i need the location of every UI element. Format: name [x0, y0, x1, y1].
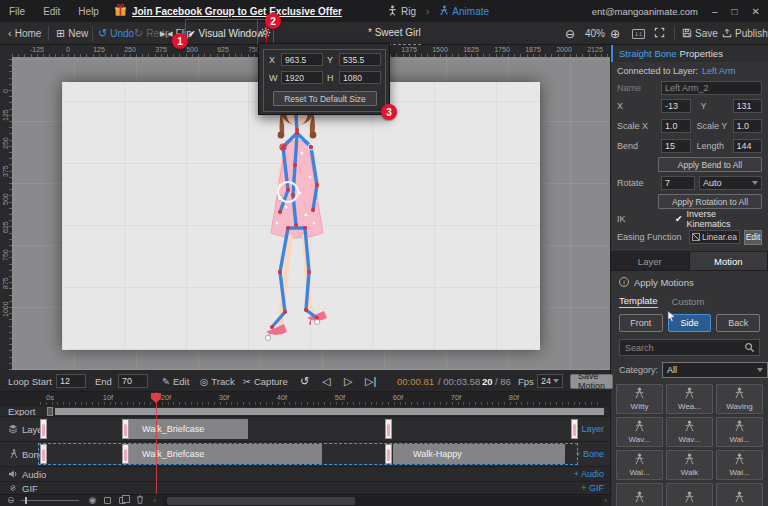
scale-x-input[interactable]: [661, 119, 691, 133]
zoom-in-button[interactable]: ⊕: [610, 22, 620, 45]
motion-item[interactable]: Walk: [666, 450, 713, 480]
export-range-bar[interactable]: [55, 408, 604, 415]
facebook-offer-link[interactable]: Join Facebook Group to Get Exclusive Off…: [132, 6, 342, 17]
add-audio-button[interactable]: + Audio: [574, 469, 604, 479]
length-input[interactable]: [733, 139, 763, 153]
menu-edit[interactable]: Edit: [34, 6, 69, 17]
ik-checkbox[interactable]: ✔: [675, 214, 683, 224]
bone-x-input[interactable]: [661, 99, 691, 113]
loop-start-input[interactable]: [56, 374, 86, 388]
delete-icon[interactable]: [136, 495, 144, 506]
popup-h-input[interactable]: [339, 71, 381, 84]
motion-item[interactable]: Wav...: [666, 417, 713, 447]
popup-x-input[interactable]: [281, 53, 323, 66]
bend-input[interactable]: [661, 139, 691, 153]
keyframe-thumbnail[interactable]: [40, 419, 47, 439]
next-frame-button[interactable]: ▷|: [365, 370, 376, 392]
menu-help[interactable]: Help: [69, 6, 108, 17]
previous-frame-button[interactable]: ◁: [322, 370, 330, 392]
zoom-level[interactable]: 40%: [585, 22, 605, 45]
scale-y-input[interactable]: [733, 119, 763, 133]
character-with-bones[interactable]: [250, 85, 360, 353]
play-button[interactable]: ▷: [344, 370, 352, 392]
document-tab[interactable]: * Sweet Girl: [368, 22, 421, 45]
save-motion-button[interactable]: Save Motion: [570, 374, 613, 389]
keyframe-thumbnail[interactable]: [571, 419, 578, 439]
popup-y-input[interactable]: [339, 53, 381, 66]
tab-motion[interactable]: Motion: [690, 252, 768, 270]
category-dropdown[interactable]: All: [662, 362, 768, 378]
motion-item[interactable]: [616, 483, 663, 506]
copy-icon[interactable]: [104, 497, 111, 504]
easing-function-value[interactable]: Linear.ea: [689, 230, 740, 244]
add-gif-button[interactable]: + GIF: [581, 483, 604, 493]
connected-layer-link[interactable]: Left Arm: [702, 66, 736, 76]
motion-item[interactable]: Wal...: [716, 417, 763, 447]
v-ruler-label: 250: [2, 137, 9, 149]
edit-button[interactable]: ✎Edit: [162, 370, 189, 392]
timeline-zoom-slider[interactable]: [21, 500, 79, 501]
mode-rig[interactable]: Rig: [401, 6, 416, 17]
back-button[interactable]: Back: [716, 314, 760, 332]
timeline-ruler[interactable]: 0s10f20f30f40f50f60f70f80f: [0, 392, 610, 405]
actual-size-button[interactable]: 1:1: [632, 22, 645, 45]
close-button[interactable]: ✕: [752, 6, 760, 17]
menu-file[interactable]: File: [0, 6, 34, 17]
home-button[interactable]: ‹Home: [8, 22, 41, 45]
keyframe-record-icon[interactable]: ◉: [89, 496, 97, 505]
loop-playback-button[interactable]: ↺: [300, 370, 309, 392]
motion-item[interactable]: Waving: [716, 384, 763, 414]
export-range-handle[interactable]: [47, 407, 53, 416]
track-button[interactable]: ◎Track: [200, 370, 235, 392]
motion-item[interactable]: Wea...: [666, 384, 713, 414]
bone-name-input[interactable]: [661, 81, 762, 95]
account-email[interactable]: ent@mangoanimate.com: [592, 6, 698, 17]
scroll-left-icon[interactable]: ‹: [150, 496, 159, 505]
search-input[interactable]: [619, 339, 760, 356]
subtab-custom[interactable]: Custom: [672, 296, 705, 307]
apply-bend-to-all-button[interactable]: Apply Bend to All: [658, 157, 762, 172]
new-button[interactable]: ⊞New: [56, 22, 88, 45]
maximize-button[interactable]: □: [732, 6, 738, 17]
minimize-button[interactable]: –: [712, 6, 718, 17]
motion-item[interactable]: Witty: [616, 384, 663, 414]
zoom-out-button[interactable]: ⊖: [565, 22, 575, 45]
fullscreen-button[interactable]: [654, 22, 665, 45]
fps-dropdown[interactable]: 24: [537, 374, 563, 388]
visual-window-toggle[interactable]: ✔Visual Window: [188, 22, 264, 45]
popup-w-input[interactable]: [281, 71, 323, 84]
rotate-mode-dropdown[interactable]: Auto: [699, 176, 762, 190]
timeline-zoom-out-icon[interactable]: ⊖: [7, 496, 15, 505]
front-button[interactable]: Front: [619, 314, 663, 332]
keyframe-thumbnail[interactable]: [122, 419, 129, 439]
scrollbar-thumb[interactable]: [167, 497, 355, 505]
paste-icon[interactable]: [119, 497, 126, 504]
timeline-ruler-label: 40f: [277, 393, 287, 402]
easing-edit-button[interactable]: Edit: [744, 230, 762, 245]
bone-y-input[interactable]: [733, 99, 763, 113]
motion-item[interactable]: Wal...: [616, 450, 663, 480]
save-button[interactable]: Save: [682, 22, 718, 45]
scroll-right-icon[interactable]: ›: [601, 496, 610, 505]
capture-button[interactable]: ✂Capture: [243, 370, 288, 392]
undo-button[interactable]: ↺Undo: [98, 22, 134, 45]
slider-handle[interactable]: [25, 497, 27, 504]
keyframe-thumbnail[interactable]: [385, 419, 392, 439]
tab-layer[interactable]: Layer: [611, 252, 690, 270]
subtab-template[interactable]: Template: [619, 295, 658, 308]
motion-item[interactable]: Wal...: [716, 450, 763, 480]
motion-item[interactable]: [716, 483, 763, 506]
apply-rotation-to-all-button[interactable]: Apply Rotation to All: [658, 194, 762, 209]
loop-end-input[interactable]: [118, 374, 148, 388]
add-bone-button[interactable]: + Bone: [575, 449, 604, 459]
reset-default-size-button[interactable]: Reset To Default Size: [273, 91, 377, 106]
publish-button[interactable]: Publish: [722, 22, 768, 45]
side-button[interactable]: Side: [668, 314, 712, 332]
rotate-input[interactable]: [661, 176, 695, 190]
layer-clip-walk-briefcase[interactable]: Walk_Briefcase: [122, 419, 248, 439]
motion-item[interactable]: Wav...: [616, 417, 663, 447]
add-layer-button[interactable]: + Layer: [574, 424, 604, 434]
timeline-scrollbar[interactable]: [163, 496, 601, 506]
motion-item[interactable]: [666, 483, 713, 506]
mode-animate[interactable]: Animate: [452, 6, 489, 17]
